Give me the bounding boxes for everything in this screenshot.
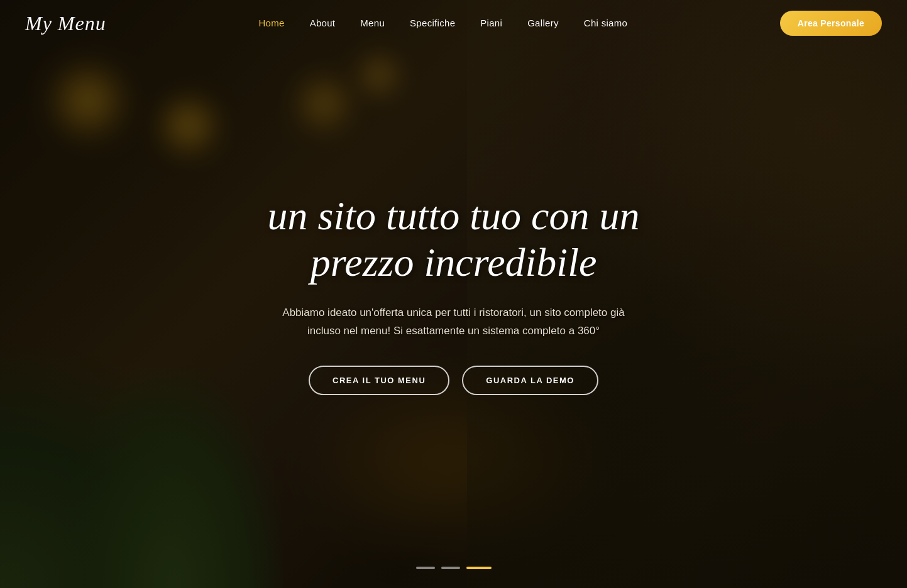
nav-item-menu[interactable]: Menu: [360, 18, 385, 29]
slide-indicator-3[interactable]: [466, 567, 492, 569]
hero-content: un sito tutto tuo con un prezzo incredib…: [234, 193, 674, 395]
nav-item-specifiche[interactable]: Specifiche: [410, 18, 455, 29]
nav-link-menu[interactable]: Menu: [360, 18, 385, 28]
hero-title: un sito tutto tuo con un prezzo incredib…: [234, 193, 674, 285]
area-personale-button[interactable]: Area Personale: [780, 11, 882, 36]
nav-link-home[interactable]: Home: [258, 18, 284, 28]
nav-item-gallery[interactable]: Gallery: [527, 18, 559, 29]
slide-indicator-1[interactable]: [416, 567, 435, 569]
nav-item-home[interactable]: Home: [258, 18, 284, 29]
nav-item-piani[interactable]: Piani: [480, 18, 502, 29]
navbar: My Menu Home About Menu Specifiche Piani…: [0, 0, 907, 46]
nav-link-specifiche[interactable]: Specifiche: [410, 18, 455, 28]
nav-link-piani[interactable]: Piani: [480, 18, 502, 28]
site-logo[interactable]: My Menu: [25, 12, 106, 35]
crea-menu-button[interactable]: CREA IL TUO MENU: [309, 366, 449, 395]
nav-link-about[interactable]: About: [310, 18, 336, 28]
nav-item-chi-siamo[interactable]: Chi siamo: [584, 18, 627, 29]
hero-subtitle: Abbiamo ideato un'offerta unica per tutt…: [278, 304, 630, 340]
slide-indicator-2[interactable]: [441, 567, 460, 569]
nav-item-about[interactable]: About: [310, 18, 336, 29]
guarda-demo-button[interactable]: GUARDA LA DEMO: [462, 366, 598, 395]
nav-link-gallery[interactable]: Gallery: [527, 18, 559, 28]
hero-section: My Menu Home About Menu Specifiche Piani…: [0, 0, 907, 588]
hero-buttons: CREA IL TUO MENU GUARDA LA DEMO: [234, 366, 674, 395]
slide-indicators: [416, 567, 492, 569]
nav-links: Home About Menu Specifiche Piani Gallery…: [258, 18, 627, 29]
nav-link-chi-siamo[interactable]: Chi siamo: [584, 18, 627, 28]
